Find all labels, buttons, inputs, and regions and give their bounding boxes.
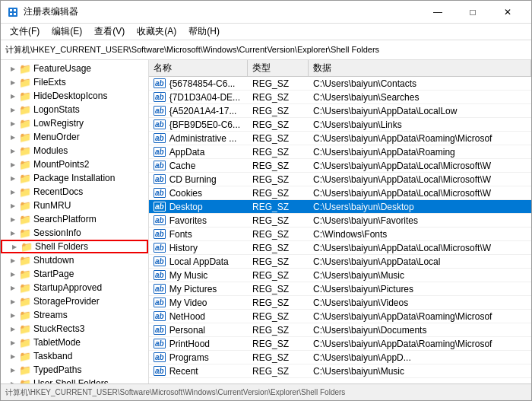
- tree-expand-icon[interactable]: ▶: [7, 131, 19, 143]
- tree-expand-icon[interactable]: ▶: [7, 76, 19, 88]
- tree-item-taskband[interactable]: ▶📁Taskband: [1, 349, 148, 363]
- menu-bar: 文件(F)编辑(E)查看(V)收藏夹(A)帮助(H): [1, 24, 531, 40]
- tree-expand-icon[interactable]: ▶: [7, 377, 19, 383]
- col-header-type[interactable]: 类型: [248, 60, 309, 76]
- tree-item-hidedesktopicons[interactable]: ▶📁HideDesktopIcons: [1, 89, 148, 103]
- cell-name-text: Administrative ...: [169, 133, 237, 144]
- cell-data: C:\Users\baiyun\Links: [309, 119, 531, 130]
- table-row[interactable]: abCookiesREG_SZC:\Users\baiyun\AppData\L…: [149, 186, 531, 200]
- tree-item-packageinstallation[interactable]: ▶📁Package Installation: [1, 171, 148, 185]
- tree-item-streams[interactable]: ▶📁Streams: [1, 308, 148, 322]
- close-button[interactable]: ✕: [490, 1, 525, 24]
- tree-expand-icon[interactable]: ▶: [7, 254, 19, 266]
- tree-item-startupapproved[interactable]: ▶📁StartupApproved: [1, 281, 148, 294]
- tree-expand-icon[interactable]: ▶: [7, 336, 19, 348]
- tree-item-mountpoints2[interactable]: ▶📁MountPoints2: [1, 158, 148, 171]
- tree-item-recentdocs[interactable]: ▶📁RecentDocs: [1, 185, 148, 199]
- tree-expand-icon[interactable]: ▶: [7, 103, 19, 116]
- table-row[interactable]: abMy VideoREG_SZC:\Users\baiyun\Videos: [149, 296, 531, 310]
- table-row[interactable]: abAppDataREG_SZC:\Users\baiyun\AppData\R…: [149, 145, 531, 159]
- tree-expand-icon[interactable]: ▶: [7, 309, 19, 321]
- tree-item-tabletmode[interactable]: ▶📁TabletMode: [1, 336, 148, 349]
- table-row[interactable]: abDesktopREG_SZC:\Users\baiyun\Desktop: [149, 200, 531, 214]
- table-row[interactable]: abPrintHoodREG_SZC:\Users\baiyun\AppData…: [149, 337, 531, 351]
- menu-item-f[interactable]: 文件(F): [4, 24, 46, 40]
- col-header-name[interactable]: 名称: [149, 60, 248, 76]
- tree-item-usershellfolders[interactable]: ▶📁User Shell Folders: [1, 377, 148, 383]
- tree-item-shellfolders[interactable]: ▶📁Shell Folders: [1, 240, 148, 253]
- table-row[interactable]: abHistoryREG_SZC:\Users\baiyun\AppData\L…: [149, 241, 531, 255]
- folder-icon: 📁: [19, 323, 31, 335]
- menu-item-a[interactable]: 收藏夹(A): [131, 24, 182, 40]
- table-row[interactable]: abFavoritesREG_SZC:\Users\baiyun\Favorit…: [149, 214, 531, 228]
- reg-value-icon: ab: [154, 174, 166, 184]
- svg-rect-3: [10, 13, 12, 15]
- breadcrumb-bar: 计算机\HKEY_CURRENT_USER\Software\Microsoft…: [1, 40, 531, 60]
- minimize-button[interactable]: —: [420, 1, 455, 24]
- tree-expand-icon[interactable]: ▶: [7, 172, 19, 184]
- cell-data: C:\Users\baiyun\Videos: [309, 298, 531, 308]
- tree-expand-icon[interactable]: ▶: [7, 227, 19, 239]
- table-row[interactable]: abNetHoodREG_SZC:\Users\baiyun\AppData\R…: [149, 310, 531, 323]
- table-row[interactable]: abMy MusicREG_SZC:\Users\baiyun\Music: [149, 269, 531, 282]
- tree-expand-icon[interactable]: ▶: [7, 350, 19, 362]
- cell-name: abNetHood: [149, 311, 248, 322]
- tree-expand-icon[interactable]: ▶: [7, 282, 19, 294]
- cell-name: ab{7D1D3A04-DE...: [149, 92, 248, 103]
- tree-item-typedpaths[interactable]: ▶📁TypedPaths: [1, 363, 148, 377]
- menu-item-h[interactable]: 帮助(H): [182, 24, 226, 40]
- tree-expand-icon[interactable]: ▶: [8, 240, 21, 253]
- tree-expand-icon[interactable]: ▶: [7, 186, 19, 198]
- tree-item-runmru[interactable]: ▶📁RunMRU: [1, 199, 148, 212]
- table-row[interactable]: abFontsREG_SZC:\Windows\Fonts: [149, 228, 531, 241]
- tree-item-searchplatform[interactable]: ▶📁SearchPlatform: [1, 212, 148, 226]
- left-panel[interactable]: ▶📁FeatureUsage▶📁FileExts▶📁HideDesktopIco…: [1, 60, 149, 383]
- maximize-button[interactable]: □: [455, 1, 490, 24]
- tree-expand-icon[interactable]: ▶: [7, 295, 19, 307]
- window-title: 注册表编辑器: [24, 5, 78, 18]
- table-row[interactable]: ab{A520A1A4-17...REG_SZC:\Users\baiyun\A…: [149, 104, 531, 118]
- table-row[interactable]: abProgramsREG_SZC:\Users\baiyun\AppD...: [149, 351, 531, 364]
- table-row[interactable]: abCacheREG_SZC:\Users\baiyun\AppData\Loc…: [149, 159, 531, 173]
- table-row[interactable]: abAdministrative ...REG_SZC:\Users\baiyu…: [149, 132, 531, 145]
- cell-name: abCache: [149, 161, 248, 171]
- tree-item-label: RunMRU: [33, 200, 71, 211]
- tree-expand-icon[interactable]: ▶: [7, 268, 19, 280]
- tree-item-startpage[interactable]: ▶📁StartPage: [1, 267, 148, 281]
- tree-item-featureusage[interactable]: ▶📁FeatureUsage: [1, 62, 148, 75]
- table-row[interactable]: ab{7D1D3A04-DE...REG_SZC:\Users\baiyun\S…: [149, 91, 531, 104]
- table-row[interactable]: ab{56784854-C6...REG_SZC:\Users\baiyun\C…: [149, 77, 531, 91]
- right-panel[interactable]: 名称 类型 数据 ab{56784854-C6...REG_SZC:\Users…: [149, 60, 531, 383]
- table-row[interactable]: ab{BFB9D5E0-C6...REG_SZC:\Users\baiyun\L…: [149, 118, 531, 132]
- table-row[interactable]: abCD BurningREG_SZC:\Users\baiyun\AppDat…: [149, 173, 531, 186]
- col-header-data[interactable]: 数据: [309, 60, 531, 76]
- tree-expand-icon[interactable]: ▶: [7, 158, 19, 170]
- tree-expand-icon[interactable]: ▶: [7, 199, 19, 212]
- tree-expand-icon[interactable]: ▶: [7, 323, 19, 335]
- tree-expand-icon[interactable]: ▶: [7, 62, 19, 75]
- tree-item-shutdown[interactable]: ▶📁Shutdown: [1, 253, 148, 267]
- tree-item-stuckrects3[interactable]: ▶📁StuckRects3: [1, 322, 148, 336]
- tree-expand-icon[interactable]: ▶: [7, 364, 19, 376]
- tree-expand-icon[interactable]: ▶: [7, 213, 19, 225]
- tree-expand-icon[interactable]: ▶: [7, 145, 19, 157]
- tree-item-logonstats[interactable]: ▶📁LogonStats: [1, 103, 148, 116]
- table-row[interactable]: abMy PicturesREG_SZC:\Users\baiyun\Pictu…: [149, 282, 531, 296]
- cell-data: C:\Windows\Fonts: [309, 229, 531, 240]
- tree-item-lowregistry[interactable]: ▶📁LowRegistry: [1, 116, 148, 130]
- table-row[interactable]: abRecentREG_SZC:\Users\baiyun\Music: [149, 364, 531, 378]
- tree-item-modules[interactable]: ▶📁Modules: [1, 144, 148, 158]
- tree-item-storageprovider[interactable]: ▶📁StorageProvider: [1, 294, 148, 308]
- svg-rect-0: [8, 8, 17, 17]
- cell-name: abFavorites: [149, 215, 248, 226]
- menu-item-e[interactable]: 编辑(E): [46, 24, 88, 40]
- menu-item-v[interactable]: 查看(V): [88, 24, 131, 40]
- tree-item-sessioninfo[interactable]: ▶📁SessionInfo: [1, 226, 148, 240]
- table-row[interactable]: abLocal AppDataREG_SZC:\Users\baiyun\App…: [149, 255, 531, 269]
- table-row[interactable]: abPersonalREG_SZC:\Users\baiyun\Document…: [149, 323, 531, 337]
- tree-item-fileexts[interactable]: ▶📁FileExts: [1, 75, 148, 89]
- tree-item-menuorder[interactable]: ▶📁MenuOrder: [1, 130, 148, 144]
- tree-expand-icon[interactable]: ▶: [7, 90, 19, 102]
- tree-expand-icon[interactable]: ▶: [7, 117, 19, 129]
- tree-item-label: StorageProvider: [33, 296, 100, 307]
